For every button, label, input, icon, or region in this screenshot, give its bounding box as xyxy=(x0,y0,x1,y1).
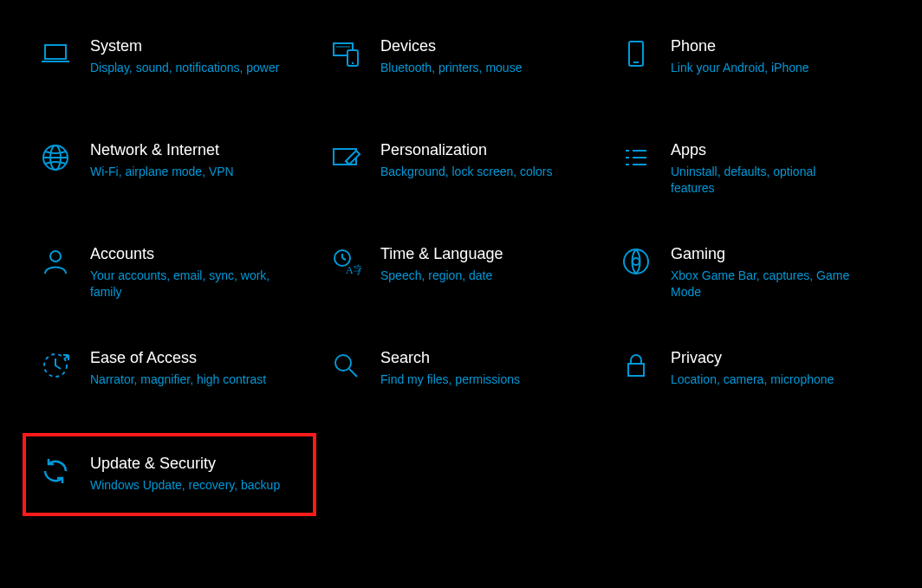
tile-network[interactable]: Network & Internet Wi-Fi, airplane mode,… xyxy=(26,139,316,199)
search-icon xyxy=(325,350,367,381)
tile-search[interactable]: Search Find my files, permissions xyxy=(316,346,607,407)
tile-desc: Uninstall, defaults, optional features xyxy=(671,164,861,197)
personalize-icon xyxy=(325,142,367,173)
tile-desc: Find my files, permissions xyxy=(380,372,520,388)
tile-phone[interactable]: Phone Link your Android, iPhone xyxy=(607,35,897,95)
tile-desc: Wi-Fi, airplane mode, VPN xyxy=(90,164,234,180)
tile-desc: Windows Update, recovery, backup xyxy=(90,477,280,494)
tile-personalization[interactable]: Personalization Background, lock screen,… xyxy=(316,139,607,199)
tile-title: Devices xyxy=(380,36,522,56)
tile-title: Accounts xyxy=(90,244,281,264)
tile-title: Search xyxy=(380,348,520,368)
tile-title: Ease of Access xyxy=(90,348,266,368)
tile-title: Update & Security xyxy=(90,454,280,474)
tile-update-security[interactable]: Update & Security Windows Update, recove… xyxy=(23,433,316,516)
tile-desc: Narrator, magnifier, high contrast xyxy=(90,372,266,388)
tile-title: Network & Internet xyxy=(90,140,234,160)
tile-system[interactable]: System Display, sound, notifications, po… xyxy=(26,35,316,95)
gaming-icon xyxy=(615,246,657,277)
tile-desc: Xbox Game Bar, captures, Game Mode xyxy=(671,268,861,300)
tile-desc: Your accounts, email, sync, work, family xyxy=(90,268,281,300)
tile-desc: Link your Android, iPhone xyxy=(671,60,809,76)
tile-title: Time & Language xyxy=(380,244,503,264)
tile-apps[interactable]: Apps Uninstall, defaults, optional featu… xyxy=(607,139,897,199)
tile-devices[interactable]: Devices Bluetooth, printers, mouse xyxy=(316,35,607,95)
settings-grid: System Display, sound, notifications, po… xyxy=(0,0,922,513)
tile-title: Phone xyxy=(671,36,809,56)
globe-icon xyxy=(35,142,76,173)
update-icon xyxy=(35,456,76,487)
phone-icon xyxy=(615,38,657,69)
tile-accounts[interactable]: Accounts Your accounts, email, sync, wor… xyxy=(26,242,316,303)
lock-icon xyxy=(615,350,657,381)
tile-title: System xyxy=(90,36,279,56)
tile-title: Apps xyxy=(671,140,861,160)
person-icon xyxy=(35,246,76,277)
time-language-icon xyxy=(325,246,367,277)
tile-time-language[interactable]: Time & Language Speech, region, date xyxy=(316,242,607,303)
devices-icon xyxy=(325,38,367,69)
tile-desc: Background, lock screen, colors xyxy=(380,164,552,180)
tile-title: Privacy xyxy=(671,348,834,368)
tile-desc: Location, camera, microphone xyxy=(671,372,834,388)
apps-icon xyxy=(615,142,657,173)
tile-privacy[interactable]: Privacy Location, camera, microphone xyxy=(607,346,897,407)
tile-desc: Speech, region, date xyxy=(380,268,503,284)
ease-icon xyxy=(35,350,76,381)
tile-gaming[interactable]: Gaming Xbox Game Bar, captures, Game Mod… xyxy=(607,242,897,303)
laptop-icon xyxy=(35,38,76,69)
tile-desc: Display, sound, notifications, power xyxy=(90,60,279,76)
tile-ease-of-access[interactable]: Ease of Access Narrator, magnifier, high… xyxy=(26,346,316,407)
tile-title: Gaming xyxy=(671,244,861,264)
tile-title: Personalization xyxy=(380,140,552,160)
tile-desc: Bluetooth, printers, mouse xyxy=(380,60,522,76)
